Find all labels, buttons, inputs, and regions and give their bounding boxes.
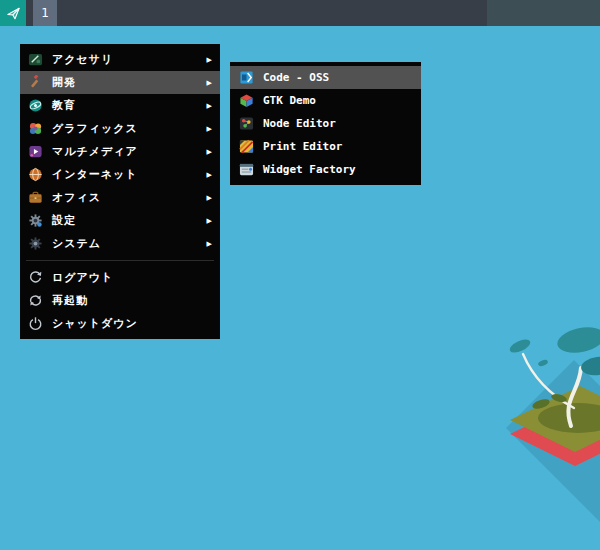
chevron-right-icon: ▶	[207, 79, 212, 87]
education-icon	[28, 98, 43, 113]
menu-item-development[interactable]: 開発 ▶	[20, 71, 220, 94]
system-icon	[28, 236, 43, 251]
chevron-right-icon: ▶	[207, 240, 212, 248]
menu-item-label: インターネット	[52, 167, 138, 182]
multimedia-icon	[28, 144, 43, 159]
menu-item-label: 設定	[52, 213, 76, 228]
submenu-item-label: Print Editor	[263, 140, 342, 153]
workspace-label: 1	[41, 6, 49, 20]
application-menu: アクセサリ ▶ 開発 ▶ 教育 ▶ グラフィックス ▶ マルチメディア ▶ イン	[20, 44, 220, 339]
menu-item-label: シャットダウン	[52, 316, 138, 331]
menu-item-label: グラフィックス	[52, 121, 138, 136]
chevron-right-icon: ▶	[207, 194, 212, 202]
menu-item-label: ログアウト	[52, 270, 113, 285]
submenu-item-node-editor[interactable]: Node Editor	[230, 112, 421, 135]
submenu-item-label: Code - OSS	[263, 71, 329, 84]
menu-separator	[26, 260, 214, 261]
chevron-right-icon: ▶	[207, 56, 212, 64]
development-icon	[28, 75, 43, 90]
app-launcher-button[interactable]	[0, 0, 26, 26]
menu-item-system[interactable]: システム ▶	[20, 232, 220, 255]
chevron-right-icon: ▶	[207, 125, 212, 133]
node-editor-icon	[239, 116, 254, 131]
widget-factory-icon	[239, 162, 254, 177]
menu-item-settings[interactable]: 設定 ▶	[20, 209, 220, 232]
workspace-tab-1[interactable]: 1	[33, 0, 57, 26]
submenu-item-gtk-demo[interactable]: GTK Demo	[230, 89, 421, 112]
print-editor-icon	[239, 139, 254, 154]
submenu-item-widget-factory[interactable]: Widget Factory	[230, 158, 421, 181]
menu-item-logout[interactable]: ログアウト	[20, 266, 220, 289]
menu-item-office[interactable]: オフィス ▶	[20, 186, 220, 209]
gtk-demo-icon	[239, 93, 254, 108]
menu-item-internet[interactable]: インターネット ▶	[20, 163, 220, 186]
menu-item-label: アクセサリ	[52, 52, 113, 67]
accessories-icon	[28, 52, 43, 67]
development-submenu: Code - OSS GTK Demo Node Editor Print Ed…	[230, 62, 421, 185]
menu-item-shutdown[interactable]: シャットダウン	[20, 312, 220, 335]
menu-item-label: システム	[52, 236, 101, 251]
submenu-item-label: Node Editor	[263, 117, 336, 130]
logout-icon	[28, 270, 43, 285]
settings-icon	[28, 213, 43, 228]
menu-item-label: 教育	[52, 98, 76, 113]
taskbar: 1	[0, 0, 600, 26]
menu-item-label: オフィス	[52, 190, 101, 205]
chevron-right-icon: ▶	[207, 148, 212, 156]
internet-icon	[28, 167, 43, 182]
menu-item-multimedia[interactable]: マルチメディア ▶	[20, 140, 220, 163]
submenu-item-label: Widget Factory	[263, 163, 356, 176]
chevron-right-icon: ▶	[207, 217, 212, 225]
taskbar-tray-area	[487, 0, 600, 26]
graphics-icon	[28, 121, 43, 136]
shutdown-icon	[28, 316, 43, 331]
submenu-item-print-editor[interactable]: Print Editor	[230, 135, 421, 158]
chevron-right-icon: ▶	[207, 102, 212, 110]
submenu-item-code-oss[interactable]: Code - OSS	[230, 66, 421, 89]
restart-icon	[28, 293, 43, 308]
chevron-right-icon: ▶	[207, 171, 212, 179]
send-icon	[6, 6, 21, 21]
office-icon	[28, 190, 43, 205]
menu-item-label: マルチメディア	[52, 144, 138, 159]
wallpaper-island-illustration	[440, 300, 600, 550]
menu-item-label: 再起動	[52, 293, 88, 308]
menu-item-label: 開発	[52, 75, 76, 90]
menu-item-restart[interactable]: 再起動	[20, 289, 220, 312]
menu-item-accessories[interactable]: アクセサリ ▶	[20, 48, 220, 71]
menu-item-education[interactable]: 教育 ▶	[20, 94, 220, 117]
code-oss-icon	[239, 70, 254, 85]
menu-item-graphics[interactable]: グラフィックス ▶	[20, 117, 220, 140]
submenu-item-label: GTK Demo	[263, 94, 316, 107]
